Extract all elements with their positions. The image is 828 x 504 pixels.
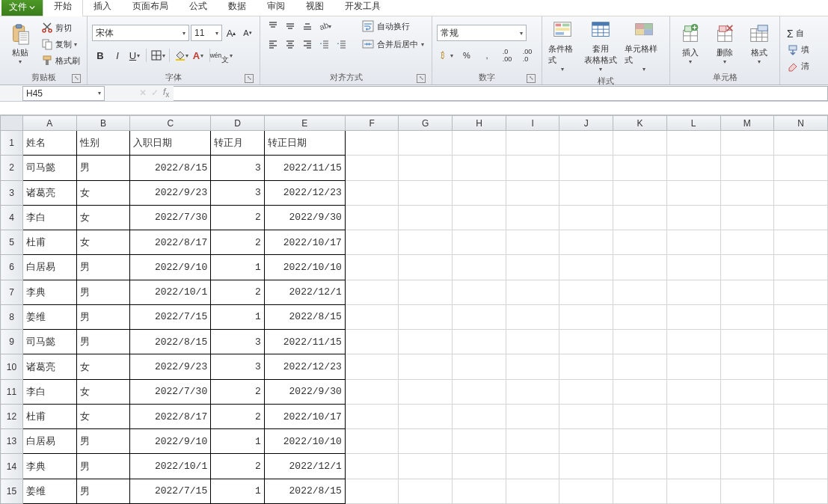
cell[interactable] [613,280,667,304]
cell[interactable] [666,280,720,304]
cell[interactable] [666,230,720,255]
cell[interactable]: 1 [211,255,265,280]
insert-cells-button[interactable]: 插入▾ [675,18,706,70]
align-left-button[interactable] [265,36,281,52]
row-header[interactable]: 2 [1,156,23,180]
fill-color-button[interactable]: ▾ [173,47,189,64]
cell[interactable]: 2022/9/10 [130,255,211,280]
cell[interactable]: 女 [76,230,130,255]
align-center-button[interactable] [282,36,298,52]
wrap-text-button[interactable]: 自动换行 [359,18,427,34]
row-header[interactable]: 13 [1,429,23,454]
row-header[interactable]: 14 [1,454,23,479]
cell-styles-button[interactable]: 单元格样式▾ [623,18,665,74]
currency-button[interactable]: ₿▾ [437,47,456,64]
tab-view[interactable]: 视图 [295,0,334,16]
column-header[interactable]: F [345,116,399,131]
cell[interactable] [399,131,453,156]
conditional-format-button[interactable]: 条件格式▾ [547,18,578,74]
cell[interactable] [399,156,453,180]
cell[interactable] [613,205,667,230]
cell[interactable]: 2 [211,230,265,255]
cell[interactable] [559,280,613,304]
cell[interactable] [345,354,399,379]
column-header[interactable]: B [76,116,130,131]
cell[interactable] [399,255,453,280]
cell[interactable] [506,479,559,503]
cell[interactable] [666,454,720,479]
cell[interactable] [774,131,828,156]
cell[interactable]: 男 [76,454,130,479]
align-right-button[interactable] [299,36,316,52]
cell[interactable] [453,354,506,379]
cell[interactable] [399,280,453,304]
decrease-indent-button[interactable] [316,36,333,52]
cell[interactable] [399,230,453,255]
cell[interactable]: 1 [211,479,265,503]
column-header[interactable]: I [506,116,559,131]
cell[interactable] [666,330,720,354]
cell[interactable]: 2022/7/30 [130,205,211,230]
cell[interactable]: 转正月 [211,131,265,156]
row-header[interactable]: 4 [1,205,23,230]
cell[interactable]: 姜维 [22,479,76,503]
cell[interactable]: 2022/12/1 [264,454,345,479]
cell[interactable]: 2022/9/10 [130,429,211,454]
dialog-launcher-icon[interactable]: ⤡ [245,74,254,83]
cell[interactable] [345,429,399,454]
cell[interactable] [506,404,559,428]
cell[interactable] [613,131,667,156]
cell[interactable] [399,454,453,479]
cell[interactable]: 2 [211,379,265,404]
border-button[interactable]: ▾ [150,47,166,64]
cell[interactable] [720,131,774,156]
cell[interactable] [720,180,774,205]
cell[interactable] [506,255,559,280]
cell[interactable] [774,230,828,255]
cell[interactable] [345,454,399,479]
cell[interactable]: 转正日期 [264,131,345,156]
cell[interactable] [720,404,774,428]
cell[interactable] [559,156,613,180]
cell[interactable] [774,205,828,230]
cell[interactable] [666,131,720,156]
tab-home[interactable]: 开始 [43,0,83,16]
cell[interactable] [559,330,613,354]
cell[interactable] [506,354,559,379]
bold-button[interactable]: B [92,47,108,64]
cell[interactable]: 入职日期 [130,131,211,156]
cell[interactable]: 2022/12/1 [264,280,345,304]
cell[interactable] [453,404,506,428]
cell[interactable] [345,180,399,205]
cell[interactable] [666,479,720,503]
cell[interactable]: 2022/7/15 [130,304,211,329]
cell[interactable] [720,255,774,280]
cell[interactable]: 司马懿 [22,330,76,354]
cell[interactable]: 诸葛亮 [22,354,76,379]
cell[interactable] [453,479,506,503]
font-color-button[interactable]: A▾ [190,47,206,64]
tab-insert[interactable]: 插入 [83,0,122,16]
column-header[interactable]: E [264,116,345,131]
cell[interactable]: 性别 [76,131,130,156]
cell[interactable]: 2022/8/15 [264,479,345,503]
row-header[interactable]: 12 [1,404,23,428]
cell[interactable] [774,280,828,304]
column-header[interactable]: L [666,116,720,131]
cell[interactable] [399,429,453,454]
cell[interactable]: 2022/11/15 [264,156,345,180]
cell[interactable] [399,180,453,205]
column-header[interactable]: K [613,116,667,131]
cell[interactable] [720,429,774,454]
column-header[interactable]: H [453,116,506,131]
fx-icon[interactable]: fx [163,87,169,99]
cell[interactable] [453,205,506,230]
italic-button[interactable]: I [109,47,126,64]
cell[interactable]: 杜甫 [22,404,76,428]
cell[interactable] [613,255,667,280]
cell[interactable] [345,404,399,428]
cell[interactable]: 2022/8/15 [264,304,345,329]
cell[interactable] [613,304,667,329]
cell[interactable] [613,429,667,454]
cell[interactable]: 2022/10/10 [264,429,345,454]
